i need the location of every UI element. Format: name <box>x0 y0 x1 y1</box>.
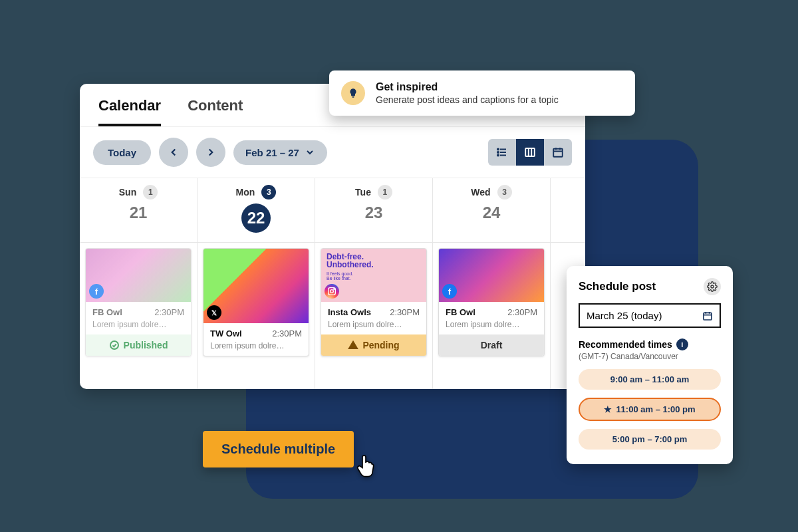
today-button[interactable]: Today <box>93 140 151 165</box>
inspire-callout[interactable]: Get inspired Generate post ideas and cap… <box>329 70 635 116</box>
post-card[interactable]: f FB Owl 2:30PM Lorem ipsum dolre… Publi… <box>85 248 192 356</box>
post-title: Insta Owls <box>328 307 371 317</box>
chevron-right-icon <box>205 146 217 158</box>
post-time: 2:30PM <box>272 329 302 338</box>
tab-content[interactable]: Content <box>188 97 243 126</box>
warning-icon <box>348 340 358 350</box>
post-count-badge: 1 <box>143 185 158 200</box>
post-row: f FB Owl 2:30PM Lorem ipsum dolre… Publi… <box>80 243 585 389</box>
post-card[interactable]: 𝕏 TW Owl 2:30PM Lorem ipsum dolre… <box>203 248 309 356</box>
post-card[interactable]: f FB Owl 2:30PM Lorem ipsum dolre… Draft <box>438 248 545 356</box>
post-thumbnail: 𝕏 <box>203 249 309 323</box>
lightbulb-icon <box>341 81 365 105</box>
view-week-button[interactable] <box>516 139 544 166</box>
post-cell: 𝕏 TW Owl 2:30PM Lorem ipsum dolre… <box>198 243 315 389</box>
status-badge: Pending <box>321 334 426 356</box>
tab-calendar[interactable]: Calendar <box>98 97 161 126</box>
inspire-title: Get inspired <box>376 81 559 93</box>
calendar-toolbar: Today Feb 21 – 27 <box>80 127 585 178</box>
day-number: 21 <box>130 203 148 222</box>
facebook-icon: f <box>442 284 457 299</box>
post-thumbnail: Debt-free. Unbothered. It feels good. Be… <box>321 249 426 302</box>
check-circle-icon <box>109 340 120 350</box>
prev-button[interactable] <box>159 138 188 167</box>
post-count-badge: 1 <box>378 185 392 200</box>
post-excerpt: Lorem ipsum dolre… <box>92 320 184 329</box>
chevron-down-icon <box>305 147 315 158</box>
day-name: Wed <box>471 187 490 198</box>
svg-point-4 <box>497 152 499 153</box>
schedule-multiple-button[interactable]: Schedule multiple <box>203 431 354 467</box>
thumb-text: It feels good. <box>327 271 421 276</box>
calendar-icon <box>702 311 713 321</box>
svg-point-18 <box>711 285 714 288</box>
calendar-card: Calendar Content Today Feb 21 – 27 <box>80 84 585 389</box>
day-name: Tue <box>355 187 371 198</box>
svg-point-3 <box>497 148 499 150</box>
post-cell: f FB Owl 2:30PM Lorem ipsum dolre… Publi… <box>80 243 198 389</box>
svg-point-15 <box>331 290 334 293</box>
post-time: 2:30PM <box>390 307 420 317</box>
svg-point-5 <box>497 154 499 156</box>
day-header-mon[interactable]: Mon 3 22 <box>198 178 315 242</box>
timezone-label: (GMT-7) Canada/Vancouver <box>579 352 721 361</box>
day-header-overflow <box>551 178 585 242</box>
day-header-wed[interactable]: Wed 3 24 <box>433 178 551 242</box>
post-excerpt: Lorem ipsum dolre… <box>446 320 537 329</box>
chevron-left-icon <box>168 146 180 158</box>
post-count-badge: 3 <box>497 185 512 200</box>
post-excerpt: Lorem ipsum dolre… <box>328 320 420 329</box>
status-badge: Draft <box>439 334 544 356</box>
day-header-tue[interactable]: Tue 1 23 <box>315 178 433 242</box>
list-icon <box>496 146 508 158</box>
post-title: TW Owl <box>210 329 242 338</box>
time-slot-featured[interactable]: ★ 11:00 am – 1:00 pm <box>579 398 721 421</box>
day-name: Sun <box>119 187 136 198</box>
date-range-label: Feb 21 – 27 <box>245 147 299 158</box>
inspire-subtitle: Generate post ideas and captions for a t… <box>376 94 559 105</box>
status-badge: Published <box>86 334 191 356</box>
post-time: 2:30PM <box>507 307 537 317</box>
thumb-text: Be like that. <box>327 276 421 281</box>
gear-icon <box>707 281 718 292</box>
post-title: FB Owl <box>446 307 475 317</box>
post-excerpt: Lorem ipsum dolre… <box>210 341 302 350</box>
instagram-icon <box>325 284 339 299</box>
post-count-badge: 3 <box>261 185 276 200</box>
schedule-post-panel: Schedule post March 25 (today) Recommend… <box>567 266 733 464</box>
settings-button[interactable] <box>704 278 721 295</box>
star-icon: ★ <box>604 404 612 414</box>
info-icon[interactable]: i <box>676 338 688 350</box>
svg-rect-9 <box>553 149 563 157</box>
view-list-button[interactable] <box>488 139 516 166</box>
svg-rect-6 <box>525 148 535 156</box>
day-number: 24 <box>483 203 501 222</box>
post-cell: f FB Owl 2:30PM Lorem ipsum dolre… Draft <box>433 243 551 389</box>
recommended-times-label: Recommended times <box>579 339 672 350</box>
view-month-button[interactable] <box>544 139 572 166</box>
post-thumbnail: f <box>439 249 544 302</box>
thumb-text: Unbothered. <box>327 261 421 269</box>
next-button[interactable] <box>196 138 225 167</box>
date-range-picker[interactable]: Feb 21 – 27 <box>233 140 327 165</box>
time-slot[interactable]: 9:00 am – 11:00 am <box>579 369 721 390</box>
post-title: FB Owl <box>92 307 122 317</box>
day-number: 22 <box>241 203 271 233</box>
day-name: Mon <box>236 187 255 198</box>
time-slot[interactable]: 5:00 pm – 7:00 pm <box>579 429 721 450</box>
post-time: 2:30PM <box>154 307 184 317</box>
svg-rect-19 <box>704 313 712 320</box>
day-header-sun[interactable]: Sun 1 21 <box>80 178 198 242</box>
schedule-date-input[interactable]: March 25 (today) <box>579 303 721 328</box>
calendar-icon <box>552 146 564 158</box>
post-card[interactable]: Debt-free. Unbothered. It feels good. Be… <box>321 248 427 356</box>
columns-icon <box>524 146 536 158</box>
facebook-icon: f <box>89 284 104 299</box>
view-switcher <box>488 139 572 166</box>
day-number: 23 <box>365 203 383 222</box>
schedule-date-value: March 25 (today) <box>587 310 662 321</box>
post-thumbnail: f <box>86 249 191 302</box>
day-headers: Sun 1 21 Mon 3 22 Tue 1 23 Wed 3 24 <box>80 178 585 243</box>
schedule-panel-title: Schedule post <box>579 280 656 293</box>
svg-point-16 <box>334 289 334 289</box>
